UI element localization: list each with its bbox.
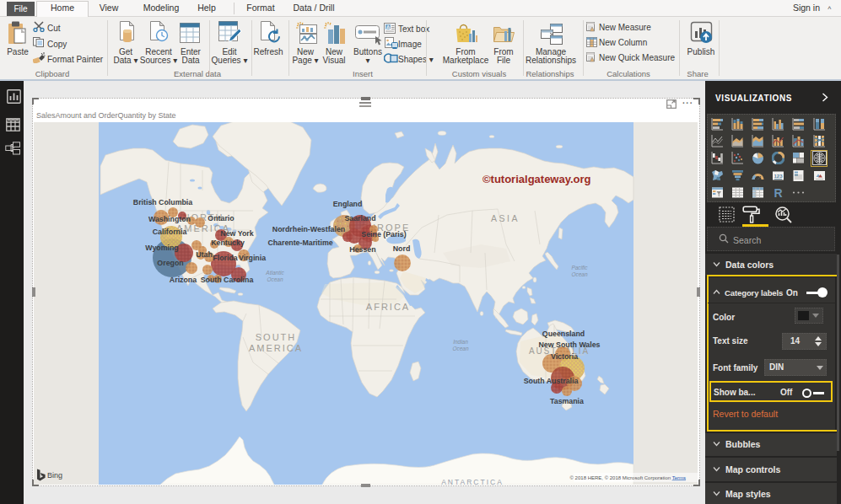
- svg-text:R: R: [774, 186, 783, 199]
- svg-text:Wyoming: Wyoming: [145, 244, 178, 252]
- svg-text:Queensland: Queensland: [542, 330, 585, 338]
- svg-text:Virginia: Virginia: [239, 254, 266, 262]
- svg-text:AFRICA: AFRICA: [366, 302, 410, 312]
- svg-text:New South Wales: New South Wales: [539, 340, 601, 349]
- svg-text:South Australia: South Australia: [524, 377, 579, 385]
- svg-text:Oregon: Oregon: [157, 259, 183, 267]
- svg-text:Ontario: Ontario: [208, 214, 235, 223]
- svg-text:SOUTH: SOUTH: [256, 332, 297, 342]
- svg-text:Pacific: Pacific: [571, 265, 588, 271]
- svg-text:AMERICA: AMERICA: [249, 343, 303, 353]
- svg-text:Atlantic: Atlantic: [265, 270, 284, 276]
- svg-text:Saarland: Saarland: [344, 214, 375, 223]
- svg-text:British Columbia: British Columbia: [133, 198, 192, 206]
- svg-text:Hessen: Hessen: [349, 245, 375, 254]
- svg-text:Victoria: Victoria: [551, 352, 578, 361]
- svg-text:Bing: Bing: [47, 471, 62, 480]
- svg-text:A: A: [386, 24, 391, 30]
- svg-text:California: California: [153, 228, 187, 236]
- svg-text:South Carolina: South Carolina: [201, 276, 254, 284]
- svg-text:New York: New York: [220, 229, 253, 238]
- svg-text:123: 123: [774, 173, 784, 178]
- svg-text:Nord: Nord: [393, 244, 411, 253]
- svg-text:Indian: Indian: [453, 339, 468, 345]
- svg-text:ASIA: ASIA: [491, 213, 520, 223]
- svg-text:©tutorialgateway.org: ©tutorialgateway.org: [482, 173, 591, 185]
- svg-text:Arizona: Arizona: [170, 276, 197, 284]
- svg-text:Charente-Maritime: Charente-Maritime: [267, 239, 332, 247]
- svg-text:© 2018 HERE, © 2018 Microsoft: © 2018 HERE, © 2018 Microsoft Corporatio…: [570, 475, 686, 480]
- svg-text:Nordrhein-Westfalen: Nordrhein-Westfalen: [272, 225, 345, 233]
- svg-text:Utah: Utah: [196, 250, 213, 259]
- svg-text:England: England: [333, 200, 363, 208]
- svg-text:Ocean: Ocean: [267, 276, 283, 282]
- svg-text:Tasmania: Tasmania: [550, 397, 584, 405]
- svg-text:Washington: Washington: [148, 215, 191, 223]
- svg-text:Kentucky: Kentucky: [211, 239, 245, 247]
- svg-text:ANTARCTICA: ANTARCTICA: [441, 478, 504, 485]
- svg-text:Seine (Paris): Seine (Paris): [361, 230, 406, 239]
- svg-text:Ocean: Ocean: [452, 346, 469, 351]
- svg-text:Ocean: Ocean: [571, 271, 588, 277]
- svg-text:Florida: Florida: [213, 254, 237, 262]
